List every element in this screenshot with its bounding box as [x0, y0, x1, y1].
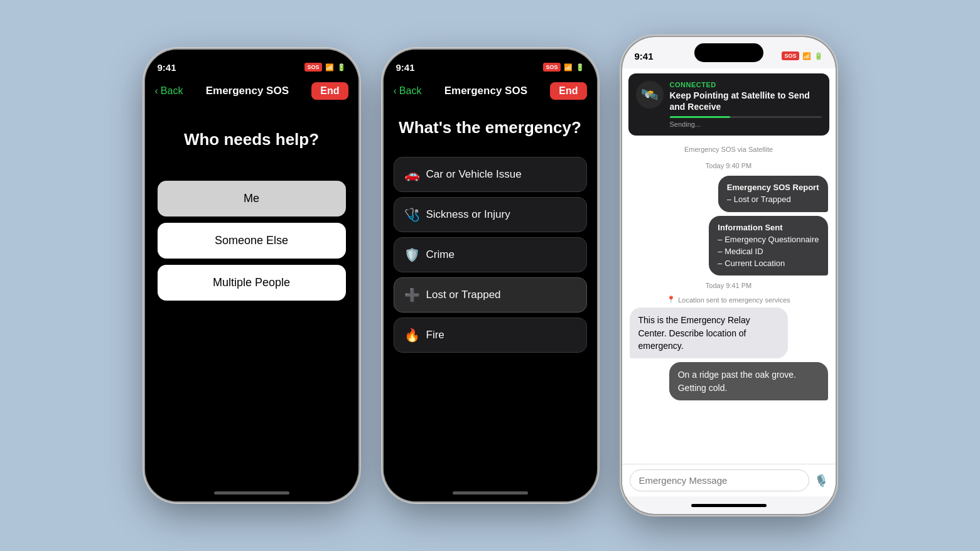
emergency-fire-button[interactable]: 🔥 Fire	[394, 318, 587, 353]
home-bar-2	[453, 491, 528, 495]
battery-icon-3: 🔋	[814, 52, 823, 60]
time-2: 9:41	[396, 62, 415, 73]
end-button-2[interactable]: End	[550, 82, 586, 100]
sos-badge-3: SOS	[782, 51, 799, 60]
back-button-2[interactable]: ‹ Back	[394, 85, 422, 97]
signal-icon-3: 📶	[802, 52, 811, 60]
choice-multiple-people-button[interactable]: Multiple People	[158, 265, 346, 301]
sos-report-line1: Emergency SOS Report	[727, 182, 819, 194]
nav-title-2: Emergency SOS	[444, 85, 527, 97]
fire-icon: 🔥	[404, 328, 420, 343]
system-label-time1: Today 9:40 PM	[630, 162, 828, 169]
time-1: 9:41	[158, 62, 176, 73]
system-label-sos-via-satellite: Emergency SOS via Satellite	[630, 146, 828, 153]
car-label: Car or Vehicle Issue	[426, 168, 522, 181]
phone-3: 9:41 SOS 📶 🔋 🛰️ CONNECTED Keep Pointing …	[622, 37, 836, 514]
phone1-question: Who needs help?	[184, 130, 319, 149]
lost-icon: ➕	[404, 287, 420, 302]
satellite-progress-bar	[670, 116, 822, 118]
status-icons-1: SOS 📶 🔋	[304, 63, 345, 72]
chevron-left-icon-1: ‹	[155, 85, 158, 97]
signal-icon-2: 📶	[564, 63, 573, 72]
microphone-button[interactable]: 🎙️	[814, 474, 828, 488]
signal-icon-1: 📶	[325, 63, 334, 72]
choice-multiple-people-label: Multiple People	[213, 276, 290, 289]
phone2-content: What's the emergency? 🚗 Car or Vehicle I…	[384, 105, 597, 484]
satellite-icon-wrap: 🛰️	[636, 81, 664, 109]
home-indicator-2	[384, 484, 597, 501]
nav-bar-2: ‹ Back Emergency SOS End	[384, 77, 597, 105]
sos-badge-1: SOS	[304, 63, 321, 72]
location-pin-icon: 📍	[667, 296, 676, 304]
info-sent-medical-id: – Medical ID	[718, 246, 819, 258]
chat-bubble-user-reply: On a ridge past the oak grove. Getting c…	[669, 362, 828, 400]
sickness-icon: 🩺	[404, 207, 420, 222]
back-label-2: Back	[399, 85, 422, 97]
choice-someone-else-button[interactable]: Someone Else	[158, 223, 346, 259]
home-indicator-1	[145, 484, 358, 501]
emergency-car-button[interactable]: 🚗 Car or Vehicle Issue	[394, 157, 587, 192]
home-bar-1	[214, 491, 289, 495]
satellite-info: CONNECTED Keep Pointing at Satellite to …	[670, 81, 822, 128]
phone-2: 9:41 SOS 📶 🔋 ‹ Back Emergency SOS End Wh…	[384, 50, 597, 501]
battery-icon-2: 🔋	[576, 63, 584, 72]
fire-label: Fire	[426, 329, 444, 341]
home-indicator-3	[622, 496, 836, 514]
nav-bar-1: ‹ Back Emergency SOS End	[145, 77, 358, 105]
status-bar-1: 9:41 SOS 📶 🔋	[145, 50, 358, 77]
emergency-message-input[interactable]	[630, 469, 809, 491]
time-3: 9:41	[635, 51, 654, 62]
phone1-content: Who needs help? Me Someone Else Multiple…	[145, 105, 358, 484]
phone2-question: What's the emergency?	[399, 117, 581, 138]
crime-label: Crime	[426, 249, 455, 261]
location-sent-text: Location sent to emergency services	[678, 296, 790, 304]
phone-1: 9:41 SOS 📶 🔋 ‹ Back Emergency SOS End Wh…	[145, 50, 358, 501]
chevron-left-icon-2: ‹	[394, 85, 397, 97]
sos-badge-2: SOS	[543, 63, 560, 72]
emergency-crime-button[interactable]: 🛡️ Crime	[394, 237, 587, 272]
location-sent-label: 📍 Location sent to emergency services	[630, 296, 828, 304]
emergency-sickness-button[interactable]: 🩺 Sickness or Injury	[394, 197, 587, 232]
sickness-label: Sickness or Injury	[426, 208, 510, 221]
choice-me-button[interactable]: Me	[158, 181, 346, 217]
system-label-time2: Today 9:41 PM	[630, 282, 828, 289]
message-input-bar: 🎙️	[622, 464, 836, 496]
satellite-banner: 🛰️ CONNECTED Keep Pointing at Satellite …	[628, 73, 829, 136]
battery-icon-1: 🔋	[337, 63, 346, 72]
lost-label: Lost or Trapped	[426, 289, 501, 301]
satellite-title: Keep Pointing at Satellite to Send and R…	[670, 90, 822, 112]
connected-label: CONNECTED	[670, 81, 822, 88]
sending-label: Sending...	[670, 120, 822, 128]
home-bar-3	[691, 504, 767, 507]
phone3-body: 🛰️ CONNECTED Keep Pointing at Satellite …	[622, 68, 836, 496]
car-icon: 🚗	[404, 167, 420, 182]
choice-someone-else-label: Someone Else	[215, 234, 288, 247]
satellite-icon: 🛰️	[641, 87, 658, 103]
chat-bubble-sos-report: Emergency SOS Report – Lost or Trapped	[718, 176, 828, 212]
satellite-progress-fill	[670, 116, 731, 118]
choice-me-label: Me	[244, 192, 259, 205]
back-label-1: Back	[161, 85, 183, 97]
chat-area: Emergency SOS via Satellite Today 9:40 P…	[622, 141, 836, 464]
sos-report-line2: – Lost or Trapped	[727, 194, 819, 206]
crime-icon: 🛡️	[404, 247, 420, 262]
chat-bubble-info-sent: Information Sent – Emergency Questionnai…	[709, 216, 827, 276]
info-sent-questionnaire: – Emergency Questionnaire	[718, 234, 819, 246]
end-button-1[interactable]: End	[311, 82, 348, 100]
status-icons-3: SOS 📶 🔋	[782, 51, 822, 60]
info-sent-location: – Current Location	[718, 258, 819, 270]
chat-bubble-relay: This is the Emergency Relay Center. Desc…	[630, 308, 789, 358]
nav-title-1: Emergency SOS	[206, 85, 289, 97]
back-button-1[interactable]: ‹ Back	[155, 85, 183, 97]
status-bar-3: 9:41 SOS 📶 🔋	[622, 37, 836, 68]
status-bar-2: 9:41 SOS 📶 🔋	[384, 50, 597, 77]
info-sent-title: Information Sent	[718, 222, 819, 234]
status-icons-2: SOS 📶 🔋	[543, 63, 584, 72]
emergency-lost-button[interactable]: ➕ Lost or Trapped	[394, 277, 587, 313]
dynamic-island	[694, 43, 763, 62]
